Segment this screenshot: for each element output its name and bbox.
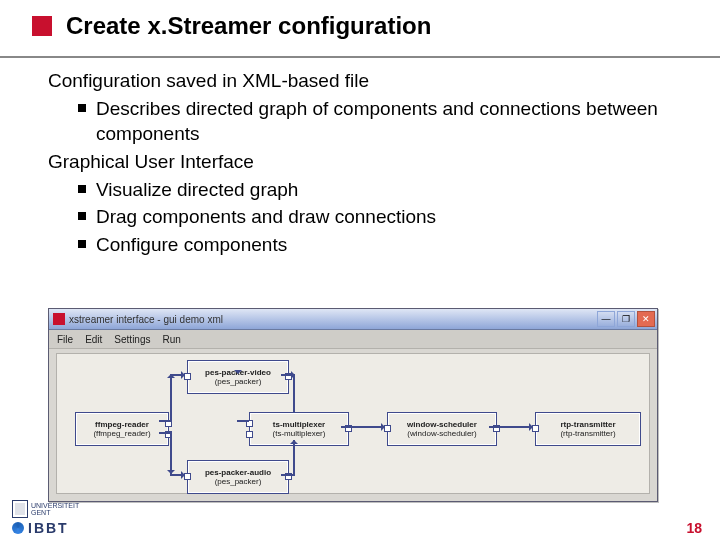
edge bbox=[293, 374, 295, 412]
slide-title-bar: Create x.Streamer configuration bbox=[32, 12, 720, 40]
menu-bar: File Edit Settings Run bbox=[49, 330, 657, 349]
slide-title: Create x.Streamer configuration bbox=[66, 12, 431, 40]
menu-run[interactable]: Run bbox=[163, 334, 181, 345]
node-sublabel: (ffmpeg_reader) bbox=[80, 429, 164, 438]
body-bullet: Configure components bbox=[78, 232, 680, 258]
body-b4: Configure components bbox=[96, 232, 287, 258]
edge bbox=[170, 474, 185, 476]
node-sublabel: (ts-multiplexer) bbox=[254, 429, 344, 438]
app-title-left: xstreamer interface - gui demo xml bbox=[51, 313, 223, 325]
app-titlebar[interactable]: xstreamer interface - gui demo xml — ❐ ✕ bbox=[49, 309, 657, 330]
node-mux[interactable]: ts-multiplexer (ts-multiplexer) bbox=[249, 412, 349, 446]
node-sublabel: (rtp-transmitter) bbox=[540, 429, 636, 438]
edge bbox=[489, 426, 533, 428]
title-bullet-icon bbox=[32, 16, 52, 36]
edge bbox=[293, 440, 295, 476]
node-label: rtp-transmitter bbox=[540, 420, 636, 429]
bullet-icon bbox=[78, 212, 86, 220]
menu-edit[interactable]: Edit bbox=[85, 334, 102, 345]
maximize-button[interactable]: ❐ bbox=[617, 311, 635, 327]
node-sublabel: (pes_packer) bbox=[192, 377, 284, 386]
body-bullet: Visualize directed graph bbox=[78, 177, 680, 203]
node-label: window-scheduler bbox=[392, 420, 492, 429]
body-bullet: Drag components and draw connections bbox=[78, 204, 680, 230]
crest-icon bbox=[12, 500, 28, 518]
l1b: GENT bbox=[31, 509, 79, 516]
node-scheduler[interactable]: window-scheduler (window-scheduler) bbox=[387, 412, 497, 446]
minimize-button[interactable]: — bbox=[597, 311, 615, 327]
app-title: xstreamer interface - gui demo xml bbox=[69, 314, 223, 325]
bullet-icon bbox=[78, 185, 86, 193]
edge bbox=[237, 420, 249, 422]
slide: Create x.Streamer configuration Configur… bbox=[0, 0, 720, 540]
footer-logos: UNIVERSITEIT GENT IBBT bbox=[12, 500, 79, 536]
bullet-icon bbox=[78, 104, 86, 112]
graph-canvas[interactable]: pes-packer-video (pes_packer) ffmpeg-rea… bbox=[56, 353, 650, 494]
footer: UNIVERSITEIT GENT IBBT 18 bbox=[12, 500, 708, 536]
logo-text: UNIVERSITEIT GENT bbox=[31, 502, 79, 516]
edge bbox=[341, 426, 385, 428]
node-transmitter[interactable]: rtp-transmitter (rtp-transmitter) bbox=[535, 412, 641, 446]
body-bullet: Describes directed graph of components a… bbox=[78, 96, 680, 147]
body-b1: Describes directed graph of components a… bbox=[96, 96, 680, 147]
node-pes-audio[interactable]: pes-packer-audio (pes_packer) bbox=[187, 460, 289, 494]
body-p1: Configuration saved in XML-based file bbox=[48, 68, 680, 94]
ibbt-logo: IBBT bbox=[12, 520, 69, 536]
title-rule bbox=[0, 56, 720, 58]
edge bbox=[170, 374, 185, 376]
globe-icon bbox=[12, 522, 24, 534]
node-label: pes-packer-audio bbox=[192, 468, 284, 477]
app-window: xstreamer interface - gui demo xml — ❐ ✕… bbox=[48, 308, 658, 502]
body-p2: Graphical User Interface bbox=[48, 149, 680, 175]
body-b3: Drag components and draw connections bbox=[96, 204, 436, 230]
app-icon bbox=[53, 313, 65, 325]
menu-file[interactable]: File bbox=[57, 334, 73, 345]
slide-body: Configuration saved in XML-based file De… bbox=[48, 66, 680, 259]
page-number: 18 bbox=[686, 520, 708, 536]
window-controls: — ❐ ✕ bbox=[597, 311, 655, 327]
l2: IBBT bbox=[28, 520, 69, 536]
node-reader[interactable]: ffmpeg-reader (ffmpeg_reader) bbox=[75, 412, 169, 446]
close-button[interactable]: ✕ bbox=[637, 311, 655, 327]
l1a: UNIVERSITEIT bbox=[31, 502, 79, 509]
port-icon[interactable] bbox=[246, 431, 253, 438]
edge bbox=[170, 374, 172, 422]
body-b2: Visualize directed graph bbox=[96, 177, 298, 203]
menu-settings[interactable]: Settings bbox=[114, 334, 150, 345]
node-label: ts-multiplexer bbox=[254, 420, 344, 429]
node-sublabel: (window-scheduler) bbox=[392, 429, 492, 438]
node-label: ffmpeg-reader bbox=[80, 420, 164, 429]
edge bbox=[170, 432, 172, 474]
node-sublabel: (pes_packer) bbox=[192, 477, 284, 486]
bullet-icon bbox=[78, 240, 86, 248]
ugent-logo: UNIVERSITEIT GENT bbox=[12, 500, 79, 518]
